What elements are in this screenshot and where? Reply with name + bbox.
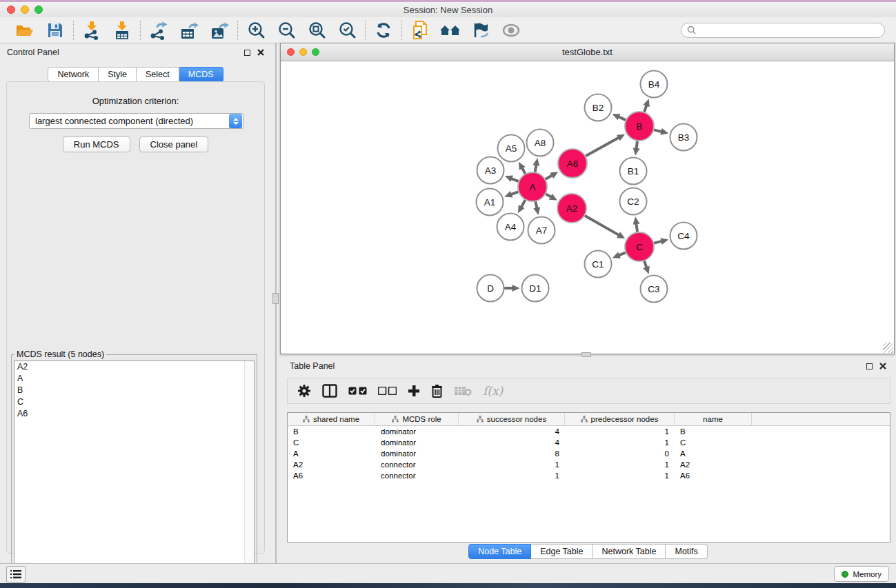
table-cell[interactable]: 4 [459,438,565,447]
table-cell[interactable]: B [675,427,752,436]
function-builder-button[interactable]: f(x) [483,384,503,398]
network-canvas[interactable]: AA1A3A5A8A4A7A6A2BB1B2B3B4CC1C2C3C4DD1 [281,61,894,354]
float-panel-icon[interactable] [244,50,250,56]
table-cell[interactable]: connector [375,472,459,480]
session-share-button[interactable] [408,20,432,41]
edge-C-C2[interactable] [637,224,637,231]
export-image-button[interactable] [208,20,231,41]
table-cell[interactable]: 4 [459,427,565,436]
result-item[interactable]: A6 [14,408,254,420]
edge-B-B3[interactable] [655,130,661,132]
edge-B-B2[interactable] [619,117,625,120]
select-all-button[interactable] [348,387,367,395]
float-table-panel-icon[interactable] [866,363,873,369]
table-row[interactable]: Bdominator41B [288,426,890,437]
node-C4[interactable]: C4 [670,223,697,250]
tab-network-table[interactable]: Network Table [593,544,666,559]
network-graph[interactable]: AA1A3A5A8A4A7A6A2BB1B2B3B4CC1C2C3C4DD1 [281,61,894,354]
table-cell[interactable]: dominator [375,449,459,458]
close-panel-button[interactable]: Close panel [139,136,209,152]
show-columns-button[interactable] [322,384,337,398]
node-A8[interactable]: A8 [527,130,554,156]
table-cell[interactable]: 1 [565,460,675,469]
refresh-button[interactable] [372,20,395,41]
node-A7[interactable]: A7 [528,217,555,244]
edge-A-A3[interactable] [512,179,517,181]
node-A5[interactable]: A5 [498,135,525,162]
table-cell[interactable]: C [675,438,752,447]
edge-C-C4[interactable] [655,241,661,243]
column-header-shared-name[interactable]: shared name [288,413,375,425]
toggle-visibility-button[interactable] [469,20,492,41]
edge-A6-B[interactable] [586,138,618,156]
edge-B-B1[interactable] [637,142,637,148]
zoom-in-button[interactable] [244,20,268,41]
import-network-button[interactable] [80,20,103,41]
column-header-predecessor-nodes[interactable]: predecessor nodes [565,413,675,425]
search-input[interactable] [699,26,879,35]
tab-edge-table[interactable]: Edge Table [531,544,593,559]
eye-button[interactable] [499,20,523,41]
tab-mcds[interactable]: MCDS [179,67,223,82]
delete-column-button[interactable] [431,384,443,398]
node-A2[interactable]: A2 [557,194,586,223]
table-cell[interactable]: connector [375,460,459,469]
table-row[interactable]: Cdominator41C [288,437,890,448]
table-cell[interactable]: A2 [288,460,375,469]
window-resize-grip[interactable] [883,343,893,353]
result-scrollbar[interactable] [244,361,254,584]
network-home-button[interactable] [439,20,462,41]
add-column-button[interactable] [408,385,420,397]
table-settings-button[interactable] [297,384,311,398]
column-header-successor-nodes[interactable]: successor nodes [459,413,565,425]
task-history-button[interactable] [6,566,26,582]
node-C2[interactable]: C2 [620,188,647,215]
edge-C-C3[interactable] [644,262,646,267]
edge-A2-C[interactable] [586,216,619,234]
table-cell[interactable]: 1 [565,427,675,436]
tab-style[interactable]: Style [99,67,137,82]
mcds-result-list[interactable]: A2ABCA6 [14,361,255,585]
delete-table-button[interactable] [454,385,472,396]
edge-A-A1[interactable] [512,192,518,194]
edge-A-A4[interactable] [521,201,525,207]
table-cell[interactable]: 1 [459,460,565,469]
node-A3[interactable]: A3 [477,157,504,184]
result-item[interactable]: B [14,385,254,396]
tab-select[interactable]: Select [137,67,179,82]
node-C[interactable]: C [625,232,654,261]
result-item[interactable]: A2 [14,361,254,373]
result-item[interactable]: A [14,373,254,385]
close-panel-icon[interactable] [257,49,264,56]
node-D1[interactable]: D1 [522,275,549,302]
zoom-selected-button[interactable] [335,20,359,41]
export-network-button[interactable] [147,20,170,41]
save-session-button[interactable] [43,20,67,41]
edge-C-C1[interactable] [619,253,625,255]
node-B2[interactable]: B2 [585,94,612,121]
node-A6[interactable]: A6 [558,149,587,178]
vertical-splitter-grip[interactable] [272,293,279,304]
tab-network[interactable]: Network [48,67,99,82]
import-table-button[interactable] [110,20,134,41]
table-cell[interactable]: A [288,449,375,458]
table-cell[interactable]: 1 [565,438,675,447]
table-cell[interactable]: 8 [459,449,565,458]
criterion-select[interactable]: largest connected component (directed) [29,113,243,129]
column-header-name[interactable]: name [675,413,752,425]
edge-A-A7[interactable] [536,203,537,208]
edge-A-A8[interactable] [535,165,536,171]
table-cell[interactable]: B [288,427,375,436]
table-cell[interactable]: A2 [675,460,752,469]
edge-A-A6[interactable] [546,176,552,179]
node-A1[interactable]: A1 [477,189,504,216]
node-B1[interactable]: B1 [620,158,647,185]
node-C1[interactable]: C1 [585,251,612,278]
table-cell[interactable]: C [288,438,375,447]
close-table-panel-icon[interactable] [879,363,886,369]
node-B[interactable]: B [625,112,654,141]
node-B4[interactable]: B4 [641,71,668,98]
table-cell[interactable]: dominator [375,438,459,447]
table-cell[interactable]: 1 [459,472,565,480]
edge-B-B4[interactable] [644,106,646,112]
